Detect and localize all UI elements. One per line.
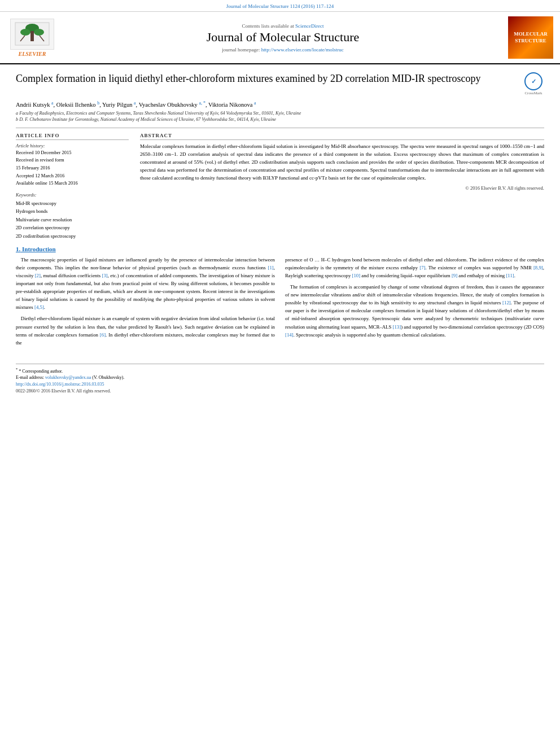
- svg-rect-4: [30, 31, 34, 41]
- ref-6[interactable]: [6]: [100, 332, 106, 338]
- article-title: Complex formation in liquid diethyl ethe…: [16, 72, 517, 85]
- ref-4-5[interactable]: [4,5]: [34, 304, 44, 310]
- intro-section: 1. Introduction The macroscopic properti…: [16, 246, 544, 350]
- abstract-col: ABSTRACT Molecular complexes formation i…: [140, 133, 544, 240]
- copyright-line: © 2016 Elsevier B.V. All rights reserved…: [140, 185, 544, 191]
- ref-10[interactable]: [10]: [352, 273, 360, 278]
- crossmark-label: CrossMark: [524, 91, 542, 95]
- intro-col-right: presence of O … H–C hydrogen bond betwee…: [285, 256, 544, 350]
- article-title-text: Complex formation in liquid diethyl ethe…: [16, 72, 517, 89]
- doi-link[interactable]: http://dx.doi.org/10.1016/j.molstruc.201…: [16, 382, 544, 387]
- contents-line: Contents lists available at ScienceDirec…: [63, 23, 502, 29]
- ref-8-9[interactable]: [8,9]: [533, 265, 543, 270]
- ref-9b[interactable]: [9]: [452, 273, 457, 278]
- article-title-section: Complex formation in liquid diethyl ethe…: [16, 72, 544, 95]
- homepage-line: journal homepage: http://www.elsevier.co…: [63, 47, 502, 53]
- article-info-header: ARTICLE INFO: [16, 133, 129, 140]
- intro-col-left: The macroscopic properties of liquid mix…: [16, 256, 275, 350]
- intro-number: 1.: [16, 246, 20, 252]
- homepage-url[interactable]: http://www.elsevier.com/locate/molstruc: [261, 47, 344, 53]
- journal-main-title: Journal of Molecular Structure: [63, 30, 502, 45]
- email-person: (V. Obukhovsky).: [92, 375, 124, 380]
- ref-11[interactable]: [11]: [506, 273, 514, 278]
- keyword-3: Multivariate curve resolution: [16, 216, 129, 224]
- crossmark-badge[interactable]: ✓ CrossMark: [523, 72, 544, 95]
- affiliations: a Faculty of Radiophysics, Electronics a…: [16, 110, 544, 123]
- intro-title-text: Introduction: [22, 246, 56, 252]
- received-date: Received 10 December 2015: [16, 149, 129, 157]
- ref-13[interactable]: [13]: [393, 324, 401, 330]
- affiliation-a: a Faculty of Radiophysics, Electronics a…: [16, 110, 544, 116]
- elsevier-logo: ELSEVIER: [7, 19, 58, 57]
- intro-section-title: 1. Introduction: [16, 246, 544, 252]
- intro-para-1: The macroscopic properties of liquid mix…: [16, 256, 275, 311]
- ref-14[interactable]: [14]: [285, 332, 294, 338]
- history-label: Article history:: [16, 143, 129, 148]
- keyword-1: Mid-IR spectroscopy: [16, 199, 129, 207]
- email-line: E-mail address: volukhovsky@yandex.ua (V…: [16, 375, 544, 380]
- keywords-list: Mid-IR spectroscopy Hydrogen bonds Multi…: [16, 199, 129, 240]
- elsevier-brand-text: ELSEVIER: [19, 51, 46, 57]
- keyword-2: Hydrogen bonds: [16, 207, 129, 215]
- article-info-col: ARTICLE INFO Article history: Received 1…: [16, 133, 129, 240]
- footer-section: * * Corresponding author. E-mail address…: [16, 364, 544, 394]
- email-label: E-mail address:: [16, 375, 44, 380]
- abstract-text: Molecular complexes formation in diethyl…: [140, 143, 544, 182]
- svg-point-2: [20, 29, 30, 36]
- intro-para-2: Diethyl ether-chloroform liquid mixture …: [16, 314, 275, 346]
- online-date: Available online 15 March 2016: [16, 180, 129, 187]
- contents-label: Contents lists available at: [242, 23, 294, 29]
- intro-two-col: The macroscopic properties of liquid mix…: [16, 256, 544, 350]
- page: Journal of Molecular Structure 1124 (201…: [0, 0, 560, 747]
- elsevier-logo-image: [10, 19, 54, 50]
- svg-point-3: [34, 29, 44, 36]
- intro-para-4: The formation of complexes is accompanie…: [285, 283, 544, 338]
- mol-structure-image: MOLECULAR STRUCTURE: [508, 16, 553, 59]
- crossmark-icon[interactable]: ✓: [524, 72, 542, 90]
- ref-7[interactable]: [7]: [419, 265, 425, 270]
- ref-2[interactable]: [2]: [35, 273, 41, 278]
- accepted-date: Accepted 12 March 2016: [16, 172, 129, 180]
- journal-top-bar: Journal of Molecular Structure 1124 (201…: [0, 0, 560, 12]
- affiliation-b: b D. F. Chebotarov Institute for Geronto…: [16, 116, 544, 123]
- keyword-5: 2D codistribution spectroscopy: [16, 232, 129, 240]
- ref-12[interactable]: [12]: [502, 300, 511, 305]
- corresponding-label: * Corresponding author.: [19, 368, 63, 373]
- journal-header: ELSEVIER Contents lists available at Sci…: [0, 12, 560, 64]
- journal-ref-text: Journal of Molecular Structure 1124 (201…: [226, 3, 334, 9]
- mol-structure-text: MOLECULAR STRUCTURE: [514, 31, 548, 44]
- revised-date: 15 February 2016: [16, 164, 129, 172]
- intro-para-3: presence of O … H–C hydrogen bond betwee…: [285, 256, 544, 279]
- keyword-4: 2D correlation spectroscopy: [16, 224, 129, 231]
- authors-text: Andrii Kutsyk a, Oleksii Ilchenko b, Yur…: [16, 102, 256, 108]
- article-dates: Received 10 December 2015 Received in re…: [16, 149, 129, 187]
- corresponding-note: * * Corresponding author.: [16, 367, 544, 374]
- revised-label: Received in revised form: [16, 156, 129, 164]
- keywords-section: Keywords: Mid-IR spectroscopy Hydrogen b…: [16, 192, 129, 240]
- homepage-label: journal homepage:: [222, 47, 260, 53]
- email-link[interactable]: volukhovsky@yandex.ua: [45, 375, 91, 380]
- sciencedirect-link[interactable]: ScienceDirect: [295, 23, 323, 29]
- keywords-label: Keywords:: [16, 192, 129, 198]
- two-col-section: ARTICLE INFO Article history: Received 1…: [16, 133, 544, 240]
- article-body: Complex formation in liquid diethyl ethe…: [0, 64, 560, 358]
- journal-title-block: Contents lists available at ScienceDirec…: [63, 23, 502, 53]
- abstract-header: ABSTRACT: [140, 133, 544, 140]
- section-divider: [16, 128, 544, 128]
- issn-line: 0022-2860/© 2016 Elsevier B.V. All right…: [16, 388, 544, 394]
- authors-line: Andrii Kutsyk a, Oleksii Ilchenko b, Yur…: [16, 100, 544, 108]
- ref-1[interactable]: [1]: [268, 265, 274, 270]
- ref-3[interactable]: [3]: [102, 273, 108, 278]
